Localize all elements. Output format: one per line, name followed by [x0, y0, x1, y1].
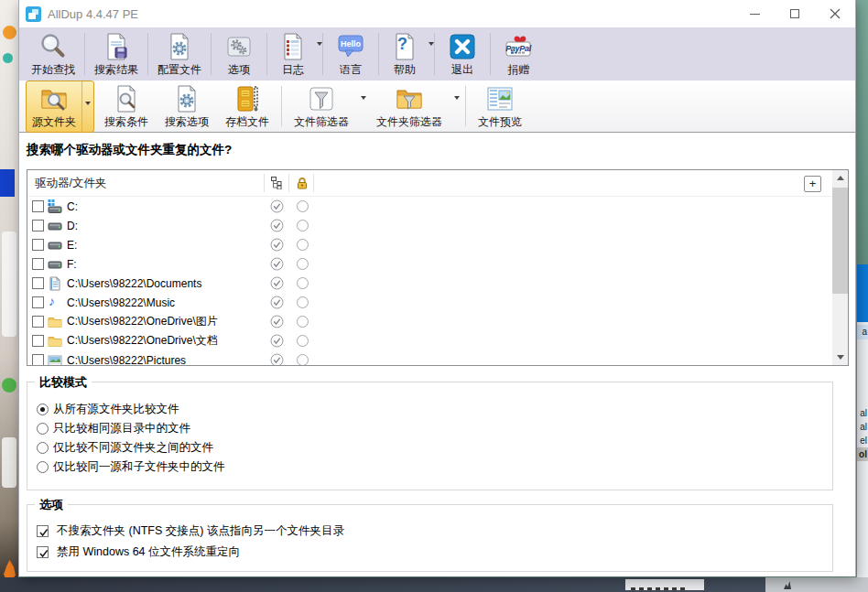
lock-icon[interactable]	[296, 177, 309, 189]
list-item-music[interactable]: ♪ C:\Users\98222\Music	[27, 293, 832, 312]
maximize-button[interactable]	[775, 0, 815, 27]
start-search-button[interactable]: 开始查找	[24, 29, 82, 80]
button-label: 帮助	[394, 62, 416, 78]
folder-icon	[48, 315, 62, 329]
chevron-down-icon[interactable]	[429, 42, 434, 48]
lock-disabled-icon[interactable]	[296, 296, 309, 309]
help-button[interactable]: ? 帮助	[381, 29, 432, 80]
compare-option-same-directory[interactable]: 只比较相同源目录中的文件	[37, 419, 832, 438]
row-checkbox[interactable]	[32, 277, 44, 289]
list-item-onedrive-documents[interactable]: C:\Users\98222\OneDrive\文档	[27, 331, 832, 350]
row-checkbox[interactable]	[32, 296, 44, 308]
toolbar-separator	[84, 33, 85, 75]
radio[interactable]	[37, 461, 49, 473]
lock-disabled-icon[interactable]	[296, 353, 309, 365]
row-label: F:	[67, 258, 77, 271]
source-folders-dropdown[interactable]	[81, 81, 93, 132]
list-item-drive-c[interactable]: C:	[27, 197, 832, 216]
compare-option-same-source-subfolders[interactable]: 仅比较同一源和子文件夹中的文件	[37, 457, 832, 477]
radio[interactable]	[37, 442, 49, 454]
desktop-icon-blob	[2, 437, 16, 488]
compare-option-different-folders[interactable]: 仅比较不同源文件夹之间的文件	[37, 438, 832, 457]
recurse-enabled-icon[interactable]	[270, 238, 284, 252]
chevron-down-icon[interactable]	[317, 42, 322, 48]
toolbar-separator	[281, 86, 282, 126]
nav-file-preview-button[interactable]: 文件预览	[470, 81, 530, 132]
help-icon: ?	[390, 32, 419, 61]
lock-disabled-icon[interactable]	[296, 315, 309, 328]
profile-button[interactable]: 配置文件	[150, 29, 209, 80]
nav-search-options-button[interactable]: 搜索选项	[157, 81, 217, 132]
recurse-subfolders-icon[interactable]	[270, 177, 283, 189]
lock-disabled-icon[interactable]	[296, 276, 309, 290]
nav-search-criteria-button[interactable]: 搜索条件	[96, 81, 157, 132]
exit-button[interactable]: 退出	[437, 29, 488, 80]
recurse-enabled-icon[interactable]	[270, 276, 284, 290]
row-checkbox[interactable]	[32, 335, 44, 347]
radio-selected[interactable]	[37, 404, 49, 415]
log-button[interactable]: 日志	[269, 29, 320, 80]
add-folder-button[interactable]: +	[804, 176, 821, 192]
row-label: C:\Users\98222\Documents	[67, 277, 201, 290]
donate-button[interactable]: PayPal 捐赠	[493, 29, 544, 80]
lock-disabled-icon[interactable]	[296, 199, 309, 213]
background-clipped-panel-right	[765, 577, 868, 592]
desktop-right-strip: a al al el ol	[857, 0, 868, 592]
search-results-button[interactable]: 搜索结果	[87, 29, 146, 80]
list-item-documents[interactable]: C:\Users\98222\Documents	[27, 274, 832, 293]
desktop-left-strip	[0, 0, 18, 592]
row-checkbox[interactable]	[32, 354, 44, 365]
recurse-enabled-icon[interactable]	[270, 199, 284, 213]
chevron-down-icon[interactable]	[361, 96, 366, 102]
scroll-down-button[interactable]	[832, 350, 848, 365]
row-checkbox[interactable]	[32, 239, 44, 251]
lock-disabled-icon[interactable]	[296, 238, 309, 252]
option-disable-wow64-redirect[interactable]: 禁用 Windows 64 位文件系统重定向	[37, 542, 832, 563]
list-item-drive-e[interactable]: E:	[27, 235, 832, 254]
list-item-drive-f[interactable]: F:	[27, 254, 832, 274]
row-checkbox[interactable]	[32, 258, 44, 270]
minimize-button[interactable]	[734, 0, 775, 27]
nav-folder-filter-button[interactable]: 文件夹筛选器	[368, 81, 450, 132]
radio[interactable]	[37, 423, 49, 435]
nav-source-folders-button[interactable]: 源文件夹	[26, 81, 94, 133]
checkbox-checked[interactable]	[37, 525, 49, 537]
row-checkbox[interactable]	[32, 316, 44, 328]
compare-option-all-sources[interactable]: 从所有源文件夹比较文件	[37, 400, 832, 419]
scroll-up-button[interactable]	[832, 170, 848, 186]
drive-icon	[48, 219, 62, 233]
vertical-scrollbar[interactable]	[832, 170, 848, 365]
list-item-onedrive-pictures[interactable]: C:\Users\98222\OneDrive\图片	[27, 312, 832, 331]
button-label: 开始查找	[31, 62, 75, 78]
column-header-folder[interactable]: 驱动器/文件夹	[35, 170, 106, 197]
scrollbar-thumb[interactable]	[832, 188, 848, 294]
checkbox-checked[interactable]	[37, 546, 49, 558]
recurse-enabled-icon[interactable]	[270, 315, 284, 328]
list-item-drive-d[interactable]: D:	[27, 216, 832, 235]
lock-disabled-icon[interactable]	[296, 334, 309, 348]
folder-icon	[48, 334, 62, 349]
language-button[interactable]: Hello 语言	[325, 29, 376, 80]
row-label: E:	[67, 239, 77, 252]
row-checkbox[interactable]	[32, 200, 44, 212]
folder-filter-icon	[395, 84, 424, 113]
nav-archive-files-button[interactable]: 存档文件	[217, 81, 277, 132]
list-item-pictures[interactable]: C:\Users\98222\Pictures	[27, 350, 832, 365]
close-button[interactable]	[815, 0, 855, 27]
recurse-enabled-icon[interactable]	[270, 353, 284, 365]
row-checkbox[interactable]	[32, 220, 44, 231]
recurse-enabled-icon[interactable]	[270, 219, 284, 232]
button-label: 语言	[340, 62, 362, 78]
lock-disabled-icon[interactable]	[296, 257, 309, 271]
chevron-down-icon[interactable]	[454, 96, 460, 102]
toolbar-separator	[322, 33, 323, 75]
option-skip-ntfs-junctions[interactable]: 不搜索文件夹 (NTFS 交接点) 该点指向另一个文件夹目录	[37, 521, 832, 542]
system-drive-icon	[48, 199, 62, 214]
recurse-enabled-icon[interactable]	[270, 296, 284, 309]
recurse-enabled-icon[interactable]	[270, 257, 284, 271]
options-button[interactable]: 选项	[213, 29, 265, 80]
lock-disabled-icon[interactable]	[296, 219, 309, 232]
options-group: 选项 不搜索文件夹 (NTFS 交接点) 该点指向另一个文件夹目录 禁用 Win…	[27, 504, 833, 572]
nav-file-filter-button[interactable]: 文件筛选器	[286, 81, 357, 132]
recurse-enabled-icon[interactable]	[270, 334, 284, 348]
